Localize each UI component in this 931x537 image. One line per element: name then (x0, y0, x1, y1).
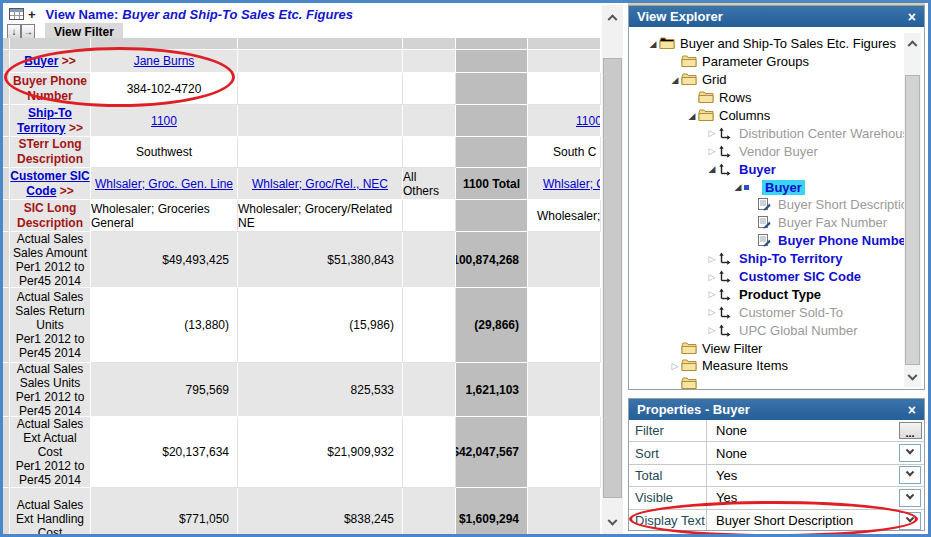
property-row-filter: Filter None ... (629, 420, 924, 442)
tree-item-clipped[interactable] (629, 375, 924, 389)
close-icon[interactable]: × (908, 10, 916, 24)
sic-desc-value: Wholesaler; Groceries General (91, 202, 237, 230)
folder-icon (681, 342, 699, 355)
tree-item-customer-sold-to[interactable]: Customer Sold-To (629, 303, 924, 321)
all-others-label: All Others (403, 170, 455, 198)
header-cell (10, 38, 91, 50)
chevron-up-icon (608, 14, 618, 24)
sic-value-link[interactable]: Whlsaler; Gro (528, 177, 601, 191)
tree-item-buyer-phone-number[interactable]: Buyer Phone Number (629, 232, 924, 250)
expand-toggle-icon[interactable] (706, 146, 718, 156)
scroll-down-button[interactable] (602, 512, 623, 534)
tree-item-view-filter[interactable]: View Filter (629, 339, 924, 357)
expand-toggle-icon[interactable] (706, 272, 718, 282)
expand-toggle-icon[interactable] (706, 254, 718, 264)
scroll-up-button[interactable] (602, 5, 623, 27)
tree-item-buyer-level[interactable]: Buyer (629, 178, 924, 196)
folder-icon (698, 109, 716, 122)
empty-cell (403, 105, 456, 137)
row-header-ext-handling-cost: Actual Sales Ext Handling Cost (10, 488, 91, 534)
buyer-dimension-link[interactable]: Buyer (24, 54, 58, 68)
sic-value-link[interactable]: Whlsaler; Groc/Rel., NEC (252, 177, 388, 191)
all-others-cell: All Others (403, 168, 456, 200)
expand-toggle-icon[interactable] (706, 164, 718, 174)
row-handle (3, 232, 10, 288)
scrollbar-thumb[interactable] (603, 58, 622, 498)
tree-item-buyer-fax-number[interactable]: Buyer Fax Number (629, 214, 924, 232)
tree-item-grid[interactable]: Grid (629, 71, 924, 89)
tree-item-customer-sic-code[interactable]: Customer SIC Code (629, 268, 924, 286)
grid-row-sales-amount: Actual Sales Sales Amount Per1 2012 to P… (3, 232, 602, 288)
tree-item-distribution-center-warehouse[interactable]: Distribution Center Warehouse (629, 124, 924, 142)
tree-item-product-type[interactable]: Product Type (629, 285, 924, 303)
tree-item-rows[interactable]: Rows (629, 89, 924, 107)
tree-item-parameter-groups[interactable]: Parameter Groups (629, 53, 924, 71)
property-value: Yes (707, 465, 896, 486)
expand-toggle-icon[interactable] (706, 325, 718, 335)
buyer-value-link[interactable]: Jane Burns (134, 54, 195, 68)
measure-cell: $21,909,932 (238, 417, 403, 488)
toolbar-row-1: + View Name: Buyer and Ship-To Sales Etc… (9, 6, 353, 23)
chevron-down-icon (608, 515, 618, 525)
dimension-icon (718, 145, 736, 158)
grid-vertical-scrollbar[interactable] (602, 5, 623, 534)
panel-title: View Explorer (637, 9, 723, 24)
grid-row-sales-return-units: Actual Sales Sales Return Units Per1 201… (3, 288, 602, 363)
measure-cell: $838,245 (238, 488, 403, 534)
grid-row-sales-units: Actual Sales Sales Units Per1 2012 to Pe… (3, 363, 602, 417)
expand-toggle-icon[interactable] (706, 307, 718, 317)
tree-item-vendor-buyer[interactable]: Vendor Buyer (629, 142, 924, 160)
territory-dimension-link[interactable]: Ship-To Territory (17, 106, 72, 135)
property-label: Total (629, 465, 707, 486)
expand-plus-icon[interactable]: + (28, 7, 36, 22)
folder-icon (659, 37, 677, 50)
expand-toggle-icon[interactable] (706, 289, 718, 299)
display-text-dropdown-button[interactable] (899, 512, 921, 530)
total-dropdown-button[interactable] (899, 466, 921, 484)
territory-value-link[interactable]: 1100 (528, 114, 601, 128)
filter-ellipsis-button[interactable]: ... (899, 422, 922, 439)
selected-tree-item[interactable]: Buyer (762, 180, 805, 195)
buyer-phone-value: 384-102-4720 (127, 82, 202, 96)
expand-toggle-icon[interactable] (647, 39, 659, 49)
property-row-display-text: Display Text Buyer Short Description (629, 510, 924, 531)
row-handle (3, 73, 10, 105)
attribute-icon (757, 234, 775, 247)
tree-item-upc-global-number[interactable]: UPC Global Number (629, 321, 924, 339)
tree-item-measure-items[interactable]: Measure Items (629, 357, 924, 375)
visible-dropdown-button[interactable] (899, 489, 921, 507)
sic-value-link[interactable]: Whlsaler; Groc. Gen. Line (95, 177, 233, 191)
expand-toggle-icon[interactable] (669, 361, 681, 371)
sort-dropdown-button[interactable] (899, 444, 921, 462)
sic-dimension-link[interactable]: Customer SIC Code (10, 169, 89, 198)
buyer-value-cell: Jane Burns (91, 50, 238, 73)
drill-arrows: >> (58, 54, 75, 68)
pivot-grid: Buyer >> Jane Burns Buyer Phone Number 3… (3, 38, 602, 534)
territory-value-link[interactable]: 1100 (151, 114, 177, 128)
scrollbar-thumb[interactable] (905, 75, 920, 365)
tree-vertical-scrollbar[interactable] (904, 33, 921, 387)
measure-value: 825,533 (351, 383, 394, 397)
tree-item-buyer-short-description[interactable]: Buyer Short Description (629, 196, 924, 214)
sic-value-cell: Whlsaler; Groc. Gen. Line (91, 168, 238, 200)
tree-item-columns[interactable]: Columns (629, 107, 924, 125)
move-right-button[interactable]: → (21, 24, 35, 39)
tree-item-buyer-dimension[interactable]: Buyer (629, 160, 924, 178)
sic-desc-cell: Wholesaler; Groceries General (91, 200, 238, 232)
scroll-down-button[interactable] (904, 369, 921, 387)
tree-item-view-root[interactable]: Buyer and Ship-To Sales Etc. Figures (629, 35, 924, 53)
dimension-icon (718, 163, 736, 176)
expand-toggle-icon[interactable] (669, 75, 681, 85)
chevron-up-icon (908, 40, 918, 50)
expand-toggle-icon[interactable] (686, 111, 698, 121)
empty-cell (528, 288, 601, 363)
row-handle (3, 50, 10, 73)
scroll-up-button[interactable] (904, 33, 921, 51)
move-down-button[interactable]: ↓ (7, 24, 21, 39)
expand-toggle-icon[interactable] (732, 182, 744, 192)
expand-toggle-icon[interactable] (706, 128, 718, 138)
close-icon[interactable]: × (908, 403, 916, 417)
measure-value: $20,137,634 (162, 445, 229, 459)
measure-value: $771,050 (179, 512, 229, 526)
tree-item-shipto-territory[interactable]: Ship-To Territory (629, 250, 924, 268)
